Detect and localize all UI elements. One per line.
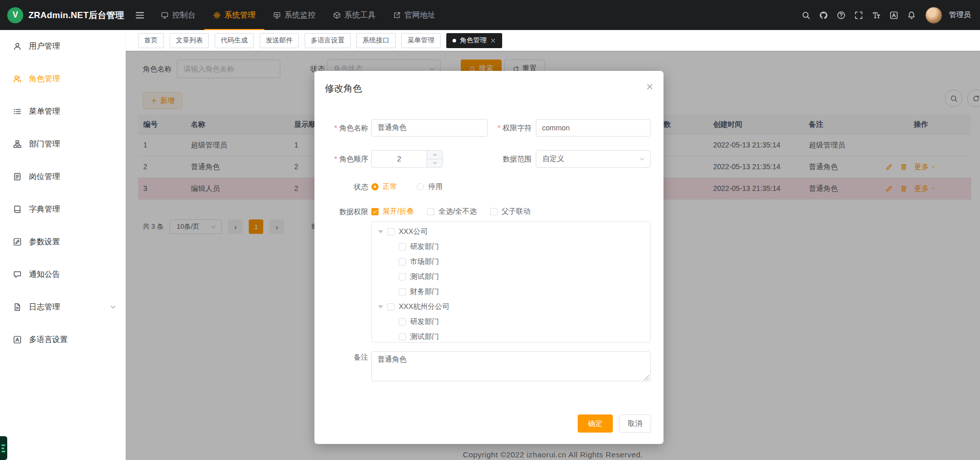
tab-home[interactable]: 首页	[138, 33, 164, 48]
nav-item-system-manage[interactable]: 系统管理	[204, 0, 264, 30]
sidebar-item-label: 多语言设置	[29, 335, 68, 345]
data-scope-select[interactable]: 自定义	[536, 150, 651, 168]
checkbox-icon[interactable]	[399, 288, 406, 295]
status-disabled-radio[interactable]: 停用	[417, 182, 443, 191]
role-order-label-text: 角色顺序	[339, 155, 368, 163]
caret-down-icon[interactable]	[378, 305, 383, 308]
checkbox-icon[interactable]	[399, 333, 406, 340]
dialog-footer: 确定 取消	[578, 414, 651, 433]
tab-system-api[interactable]: 系统接口	[356, 33, 396, 48]
sidebar-item-dept-manage[interactable]: 部门管理	[0, 128, 126, 160]
cube-icon	[333, 11, 341, 19]
fullscreen-button[interactable]	[851, 7, 866, 23]
sidebar-item-param-setting[interactable]: 参数设置	[0, 226, 126, 258]
sidebar-item-label: 字典管理	[29, 204, 60, 214]
remark-textarea[interactable]: 普通角色	[371, 351, 651, 381]
sidebar-item-label: 用户管理	[29, 41, 60, 51]
tab-label: 文章列表	[176, 36, 203, 45]
tree-node[interactable]: 测试部门	[372, 329, 650, 343]
username[interactable]: 管理员	[949, 10, 971, 20]
tree-node-label: XXX杭州分公司	[399, 302, 449, 311]
tree-node[interactable]: XXX公司	[372, 224, 650, 239]
close-icon[interactable]	[490, 38, 496, 43]
tab-label: 代码生成	[221, 36, 248, 45]
avatar[interactable]	[925, 7, 942, 24]
sidebar-item-user-manage[interactable]: 用户管理	[0, 30, 126, 63]
tree-node[interactable]: 研发部门	[372, 239, 650, 254]
checkbox-icon	[490, 208, 497, 215]
role-order-input[interactable]: 2	[371, 150, 443, 168]
checkbox-icon[interactable]	[399, 273, 406, 280]
tree-node[interactable]: 市场部门	[372, 254, 650, 269]
close-button[interactable]	[646, 83, 654, 91]
header-search-button[interactable]	[798, 7, 813, 23]
tab-i18n-setting[interactable]: 多语言设置	[305, 33, 351, 48]
parent-child-link-checkbox[interactable]: 父子联动	[490, 207, 531, 216]
tab-label: 多语言设置	[311, 36, 344, 45]
caret-up-icon	[432, 152, 438, 157]
caret-down-icon[interactable]	[378, 230, 383, 233]
data-perm-label-text: 数据权限	[339, 207, 368, 216]
font-size-button[interactable]	[868, 7, 884, 23]
tree-node[interactable]: 财务部门	[372, 284, 650, 299]
user-icon	[13, 42, 22, 51]
perm-char-label-text: 权限字符	[503, 124, 532, 132]
active-tab-dot	[453, 39, 456, 42]
sidebar-item-menu-manage[interactable]: 菜单管理	[0, 95, 126, 128]
checkbox-icon[interactable]	[399, 258, 406, 265]
checkbox-icon[interactable]	[387, 228, 395, 235]
cancel-button[interactable]: 取消	[619, 414, 651, 433]
sidebar-item-notice[interactable]: 通知公告	[0, 258, 126, 291]
tab-role-manage[interactable]: 角色管理	[446, 33, 502, 48]
sidebar-item-log-manage[interactable]: 日志管理	[0, 291, 126, 323]
tree-node[interactable]: 研发部门	[372, 314, 650, 329]
sidebar-item-label: 菜单管理	[29, 107, 60, 116]
perm-char-input[interactable]	[536, 119, 651, 137]
tab-code-gen[interactable]: 代码生成	[215, 33, 254, 48]
tab-send-mail[interactable]: 发送邮件	[260, 33, 299, 48]
sidebar-item-dict-manage[interactable]: 字典管理	[0, 193, 126, 226]
status-normal-label: 正常	[383, 182, 397, 191]
sidebar-item-label: 通知公告	[29, 270, 60, 279]
role-name-label-text: 角色名称	[339, 124, 368, 132]
select-all-checkbox[interactable]: 全选/全不选	[427, 207, 477, 216]
status-normal-radio[interactable]: 正常	[371, 182, 397, 191]
tab-label: 系统接口	[363, 36, 389, 45]
nav-item-console[interactable]: 控制台	[152, 0, 204, 30]
main-content: 角色名称 状态 角色状态 搜索 重置 新增 编号名称显示顺序个数创建时间备注操作…	[126, 51, 980, 460]
corner-widget[interactable]	[0, 436, 7, 460]
chevron-down-icon	[639, 156, 645, 162]
logo-area[interactable]: V ZRAdmin.NET后台管理	[0, 7, 126, 23]
tree-node[interactable]: XXX杭州分公司	[372, 299, 650, 314]
confirm-button[interactable]: 确定	[578, 414, 613, 433]
github-button[interactable]	[816, 7, 831, 23]
expand-collapse-label: 展开/折叠	[383, 207, 414, 216]
tree-node[interactable]: 测试部门	[372, 269, 650, 284]
nav-item-system-tools[interactable]: 系统工具	[324, 0, 384, 30]
sidebar-item-post-manage[interactable]: 岗位管理	[0, 160, 126, 193]
remark-label: 备注	[314, 348, 368, 366]
expand-collapse-checkbox[interactable]: 展开/折叠	[371, 207, 414, 216]
language-button[interactable]	[886, 7, 901, 23]
sidebar-toggle-button[interactable]	[135, 10, 145, 20]
nav-item-website[interactable]: 官网地址	[384, 0, 444, 30]
checkbox-icon[interactable]	[399, 318, 406, 325]
tab-article-list[interactable]: 文章列表	[170, 33, 209, 48]
app-logo: V	[7, 7, 23, 23]
decrement-button[interactable]	[427, 159, 442, 168]
docs-button[interactable]	[833, 7, 849, 23]
resize-handle[interactable]	[643, 374, 650, 380]
checkbox-icon[interactable]	[399, 243, 406, 250]
sidebar-item-role-manage[interactable]: 角色管理	[0, 63, 126, 95]
widget-bar	[2, 451, 5, 452]
notification-button[interactable]	[903, 7, 919, 23]
nav-item-label: 系统管理	[224, 10, 255, 20]
checkbox-icon[interactable]	[387, 303, 395, 310]
radio-checked-icon	[371, 183, 379, 190]
dept-icon	[13, 140, 22, 149]
nav-item-system-monitor[interactable]: 系统监控	[264, 0, 324, 30]
increment-button[interactable]	[427, 151, 442, 159]
sidebar-item-i18n-setting[interactable]: 多语言设置	[0, 323, 126, 356]
checkbox-checked-icon	[371, 208, 379, 215]
tab-menu-manage[interactable]: 菜单管理	[401, 33, 441, 48]
